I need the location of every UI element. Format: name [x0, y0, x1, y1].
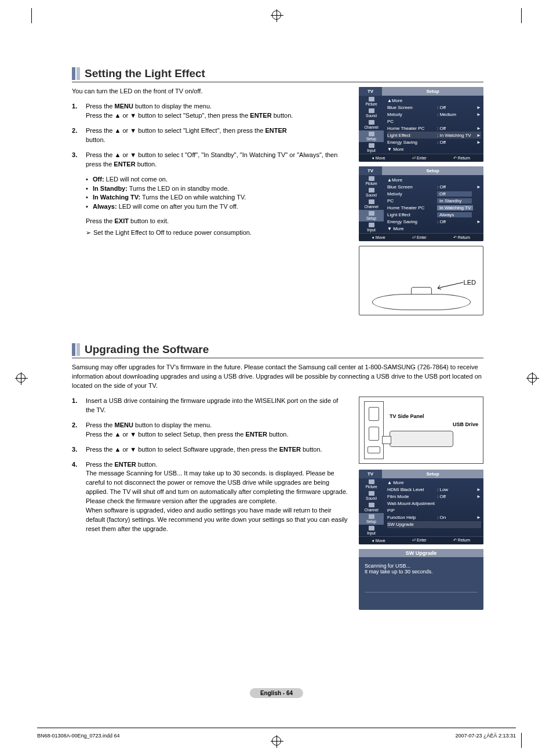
led-arrow-icon: [433, 280, 468, 290]
osd-row-label: Light Effect: [387, 133, 437, 138]
osd-tv-label: TV: [359, 470, 382, 478]
osd-menu-row: PCIn Standby: [387, 197, 481, 204]
led-label: LED: [464, 279, 476, 286]
osd-row-label: ▲ More: [387, 480, 437, 485]
osd-nav-icon: [369, 188, 374, 192]
osd-row-label: HDMI Black Level: [387, 487, 437, 492]
step-text: Press the: [86, 421, 115, 428]
osd-menu-row: Blue Screen: Off►: [387, 183, 481, 190]
osd-row-label: Home Theater PC: [387, 126, 437, 131]
osd-foot-enter: ⏎ Enter: [412, 156, 427, 161]
chevron-right-icon: ►: [476, 126, 481, 131]
osd-row-value: : In Watching TV: [437, 133, 476, 138]
osd-nav-label: Sound: [366, 496, 377, 500]
osd-nav-label: Sound: [366, 193, 377, 197]
wiselink-port-icon: [369, 427, 379, 441]
button-name-enter: ENTER: [265, 127, 286, 134]
osd-nav-icon: [369, 526, 374, 530]
osd-row-label: PC: [387, 119, 437, 124]
sw-dialog-title: SW Upgrade: [359, 549, 483, 557]
step-text: The message Scanning for USB... It may t…: [86, 470, 348, 504]
upgrade-step-2: Press the MENU button to display the men…: [72, 421, 348, 439]
footer-rule: [37, 728, 516, 728]
osd-nav-item: Picture: [359, 478, 384, 490]
side-panel-illustration: TV Side Panel USB Drive: [359, 397, 483, 464]
osd-nav-label: Sound: [366, 114, 377, 118]
osd-row-value: : Medium: [437, 112, 476, 117]
sw-upgrade-dialog: SW Upgrade Scanning for USB... It may ta…: [359, 549, 483, 610]
crop-mark: [521, 733, 522, 748]
osd-nav: PictureSoundChannelSetupInput: [359, 175, 384, 233]
step-3: Press the ▲ or ▼ button to selec t "Off"…: [72, 151, 348, 169]
osd-option-box: Always: [437, 212, 472, 217]
usb-drive-label: USB Drive: [390, 421, 478, 427]
crop-mark: [31, 8, 32, 23]
bullet-label: In Watching TV:: [93, 194, 140, 201]
osd-foot-move: ♦ Move: [372, 235, 385, 239]
osd-menu-row: HDMI Black Level: Low►: [387, 486, 481, 493]
step-text: button.: [301, 446, 322, 453]
osd-nav-icon: [369, 97, 374, 101]
osd-nav-label: Channel: [364, 508, 378, 512]
osd-nav-label: Setup: [366, 216, 376, 220]
osd-row-label: Blue Screen: [387, 105, 437, 110]
upgrade-step-4: Press the ENTER button. The message Scan…: [72, 460, 348, 535]
button-name-enter: ENTER: [114, 161, 135, 168]
chevron-right-icon: ►: [476, 133, 481, 138]
osd-menu-row: ▼ More: [387, 225, 481, 232]
osd-row-label: Home Theater PC: [387, 205, 437, 210]
osd-row-value: : Off: [437, 126, 476, 131]
bullet-label: Off:: [93, 176, 104, 183]
step-2: Press the ▲ or ▼ button to select "Light…: [72, 126, 348, 145]
osd-menu-row: ▲ More: [387, 479, 481, 486]
osd-nav-label: Channel: [364, 205, 378, 209]
step-text: Press the ▲ or ▼ button to select "Setup…: [86, 112, 250, 119]
osd-row-label: ▲More: [387, 98, 437, 103]
osd-footer: ♦ Move ⏎ Enter ↶ Return: [359, 233, 483, 241]
osd-menu-row: Film Mode: Off►: [387, 493, 481, 500]
osd-nav-item: Input: [359, 525, 384, 536]
bullet-text: Turns the LED on while watching TV.: [140, 194, 246, 201]
osd-row-label: Melody: [387, 191, 437, 197]
step-text: Press the ▲ or ▼ button to select Softwa…: [86, 446, 279, 453]
osd-nav-icon: [369, 503, 374, 507]
note-text: Set the Light Effect to Off to reduce po…: [93, 229, 252, 236]
step-text: Press the: [86, 461, 115, 468]
section-title-light-effect: Setting the Light Effect: [72, 67, 483, 82]
osd-menu-row: PIP: [387, 507, 481, 514]
osd-title: Setup: [382, 470, 483, 478]
registration-mark-icon: [527, 373, 537, 383]
upgrade-step-1: Insert a USB drive containing the firmwa…: [72, 397, 348, 415]
osd-row-value: : Off: [437, 184, 476, 190]
step-1: Press the MENU button to display the men…: [72, 102, 348, 121]
osd-row-value: : Off: [437, 494, 476, 499]
osd-menu-row: MelodyOff: [387, 190, 481, 197]
osd-row-value: : Off: [437, 105, 476, 110]
tv-illustration: LED: [359, 246, 483, 315]
osd-nav-icon: [369, 108, 374, 113]
bullet-always: Always: LED will come on after you turn …: [86, 202, 348, 212]
osd-nav-label: Input: [367, 148, 375, 152]
osd-foot-return: ↶ Return: [453, 538, 470, 543]
osd-nav-label: Setup: [366, 519, 376, 524]
osd-setup-menu-1: TVSetup PictureSoundChannelSetupInput ▲M…: [359, 87, 483, 162]
chevron-right-icon: ►: [476, 112, 481, 117]
side-panel-title: TV Side Panel: [390, 413, 478, 419]
osd-nav-label: Input: [367, 531, 375, 535]
button-name-menu: MENU: [115, 421, 133, 428]
bullet-standby: In Standby: Turns the LED on in standby …: [86, 184, 348, 194]
usb-drive-icon: [390, 431, 453, 447]
chevron-right-icon: ►: [476, 140, 481, 145]
button-name-enter: ENTER: [115, 461, 136, 468]
osd-menu-row: Home Theater PCIn Watching TV: [387, 204, 481, 211]
osd-foot-enter: ⏎ Enter: [412, 235, 427, 240]
osd-menu-row: Wall-Mount Adjustment: [387, 500, 481, 507]
osd-menu-row: Energy Saving: Off►: [387, 139, 481, 146]
osd-nav-label: Picture: [365, 181, 377, 186]
footer-filename: BN68-01308A-00Eng_0723.indd 64: [37, 733, 120, 739]
osd-menu-row: ▲More: [387, 97, 481, 104]
exit-text: Press the: [86, 217, 115, 224]
osd-option-box: In Watching TV: [437, 205, 473, 210]
osd-nav-icon: [369, 479, 374, 484]
osd-row-label: Light Effect: [387, 212, 437, 217]
